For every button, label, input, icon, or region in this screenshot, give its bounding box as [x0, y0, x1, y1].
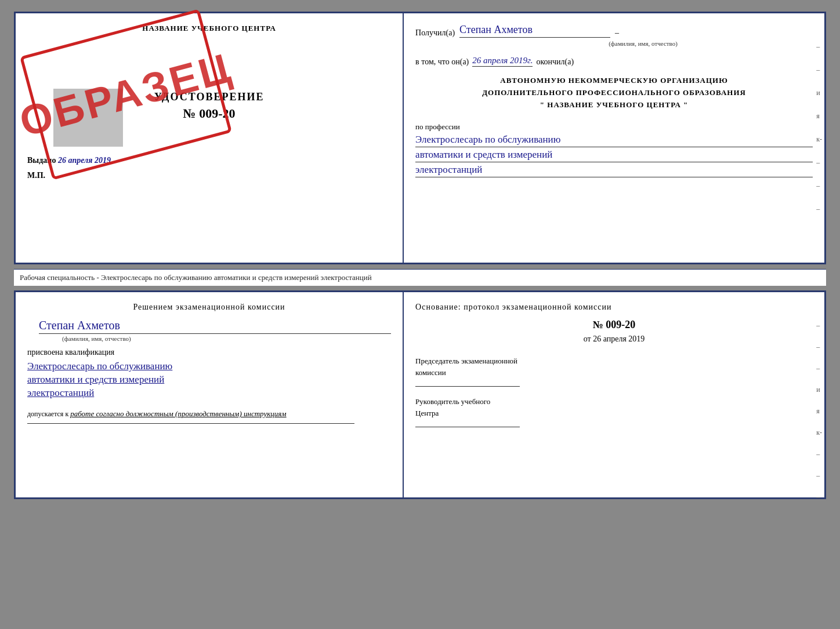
- cert-right-panel: Получил(а) Степан Ахметов – (фамилия, им…: [404, 13, 824, 263]
- rukovoditel-line1: Руководитель учебного: [415, 397, 490, 406]
- vydano-label: Выдано: [27, 156, 56, 165]
- rukovoditel-sig-line: [415, 427, 520, 427]
- dash-after-name: –: [615, 28, 619, 38]
- poluchil-label: Получил(а): [415, 28, 455, 38]
- org-line2: ДОПОЛНИТЕЛЬНОГО ПРОФЕССИОНАЛЬНОГО ОБРАЗО…: [415, 87, 813, 99]
- profession-line2: автоматики и средств измерений: [415, 149, 813, 162]
- fio-hint-bottom: (фамилия, имя, отчество): [62, 335, 391, 342]
- predsedatel-label: Председатель экзаменационной комиссии: [415, 355, 813, 378]
- specialty-text: Рабочая специальность - Электрослесарь п…: [20, 273, 372, 282]
- qual-line3: электростанций: [27, 387, 391, 399]
- dopusk-prefix: допускается к: [27, 410, 68, 418]
- ot-date: 26 апреля 2019: [593, 335, 645, 343]
- org-block: АВТОНОМНУЮ НЕКОММЕРЧЕСКУЮ ОРГАНИЗАЦИЮ ДО…: [415, 75, 813, 111]
- okonchil-label: окончил(а): [536, 57, 574, 67]
- rukovoditel-line2: Центра: [415, 409, 439, 417]
- specialty-bar: Рабочая специальность - Электрослесарь п…: [14, 269, 826, 286]
- decision-label: Решением экзаменационной комиссии: [27, 303, 391, 312]
- vydano-line: Выдано 26 апреля 2019: [27, 156, 111, 165]
- dopusk-line: допускается к работе согласно должностны…: [27, 409, 391, 419]
- vtom-label: в том, что он(a): [415, 57, 469, 67]
- ot-prefix: от: [584, 335, 591, 343]
- top-certificate: НАЗВАНИЕ УЧЕБНОГО ЦЕНТРА ОБРАЗЕЦ УДОСТОВ…: [14, 12, 826, 264]
- org-name-top: НАЗВАНИЕ УЧЕБНОГО ЦЕНТРА: [142, 24, 276, 33]
- vydano-date: 26 апреля 2019: [58, 156, 111, 165]
- certificate-number: № 009-20: [183, 106, 236, 121]
- predsedatel-line1: Председатель экзаменационной: [415, 357, 517, 365]
- qual-line1: Электрослесарь по обслуживанию: [27, 361, 391, 372]
- predsedatel-line2: комиссии: [415, 368, 446, 377]
- fio-hint-top: (фамилия, имя, отчество): [473, 40, 813, 47]
- profession-line3: электростанций: [415, 164, 813, 177]
- certificate-label: УДОСТОВЕРЕНИЕ: [154, 91, 265, 103]
- bottom-certificate: Решением экзаменационной комиссии Степан…: [14, 290, 826, 499]
- org-line3: " НАЗВАНИЕ УЧЕБНОГО ЦЕНТРА ": [415, 99, 813, 111]
- bottom-right-panel: Основание: протокол экзаменационной коми…: [404, 292, 824, 497]
- profession-line1: Электрослесарь по обслуживанию: [415, 134, 813, 147]
- person-name-bottom: Степан Ахметов: [39, 319, 391, 334]
- page-wrapper: НАЗВАНИЕ УЧЕБНОГО ЦЕНТРА ОБРАЗЕЦ УДОСТОВ…: [14, 12, 826, 499]
- side-marks-bottom: – – – и я к- – – –: [816, 321, 824, 501]
- dopusk-text: работе согласно должностным (производств…: [70, 409, 286, 418]
- protocol-number: № 009-20: [415, 319, 813, 331]
- side-marks-top: – – и я к- – – –: [816, 42, 824, 213]
- org-line1: АВТОНОМНУЮ НЕКОММЕРЧЕСКУЮ ОРГАНИЗАЦИЮ: [415, 75, 813, 87]
- po-professii-label: по профессии: [415, 122, 813, 132]
- photo-placeholder: [53, 89, 123, 147]
- receiver-name: Степан Ахметов: [459, 24, 610, 38]
- predsedatel-sig-line: [415, 386, 520, 387]
- ot-date-line: от 26 апреля 2019: [415, 335, 813, 344]
- vtom-date: 26 апреля 2019г.: [472, 56, 533, 67]
- qual-line2: автоматики и средств измерений: [27, 374, 391, 386]
- bottom-left-panel: Решением экзаменационной комиссии Степан…: [16, 292, 404, 497]
- cert-left-panel: НАЗВАНИЕ УЧЕБНОГО ЦЕНТРА ОБРАЗЕЦ УДОСТОВ…: [16, 13, 404, 263]
- receiver-line: Получил(а) Степан Ахметов –: [415, 24, 813, 38]
- rukovoditel-label: Руководитель учебного Центра: [415, 396, 813, 419]
- underline-dopusk: [27, 423, 354, 424]
- mp-label: М.П.: [27, 171, 45, 180]
- osnovanie-label: Основание: протокол экзаменационной коми…: [415, 303, 813, 312]
- vtom-line: в том, что он(a) 26 апреля 2019г. окончи…: [415, 56, 813, 67]
- prisvoena-label: присвоена квалификация: [27, 348, 391, 357]
